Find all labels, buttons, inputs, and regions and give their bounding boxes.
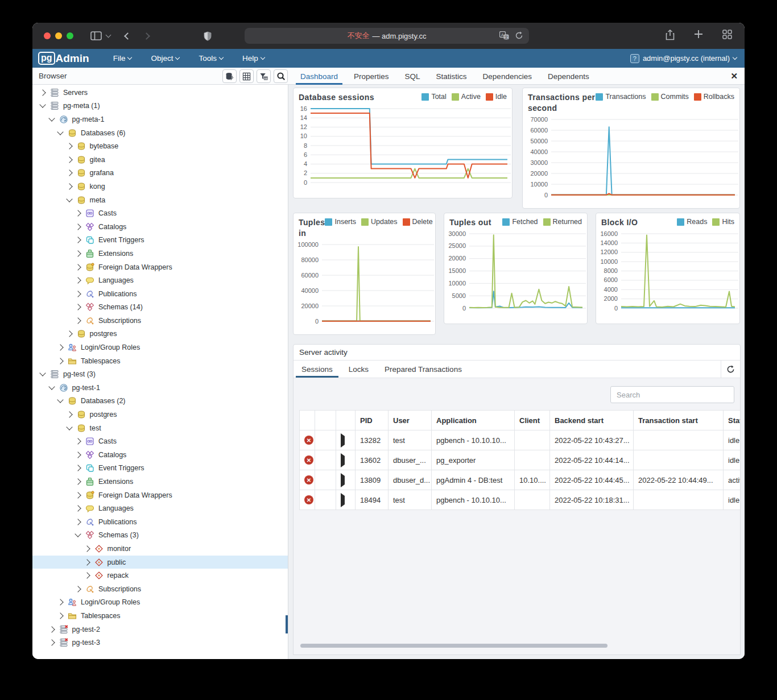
chevron-right-icon[interactable] — [57, 599, 63, 606]
tree-item-kong[interactable]: kong — [32, 180, 288, 193]
tab-properties[interactable]: Properties — [346, 68, 397, 85]
tree-item-pg-meta-1[interactable]: pg-meta-1 — [32, 113, 288, 126]
share-icon[interactable] — [666, 30, 675, 43]
tree-item-gitea[interactable]: gitea — [32, 153, 288, 167]
chevron-right-icon[interactable] — [75, 465, 81, 471]
tree-item-pg-test-3[interactable]: pg-test-3 — [32, 636, 288, 649]
chevron-right-icon[interactable] — [75, 210, 81, 216]
tree-item-login-group-roles[interactable]: Login/Group Roles — [32, 596, 288, 610]
chevron-right-icon[interactable] — [75, 304, 81, 310]
activity-tab-sessions[interactable]: Sessions — [294, 361, 341, 378]
expand-row-icon[interactable] — [341, 473, 345, 487]
chevron-right-icon[interactable] — [75, 264, 81, 270]
tree-item-event-triggers[interactable]: Event Triggers — [32, 234, 288, 247]
chevron-right-icon[interactable] — [66, 411, 72, 417]
chevron-right-icon[interactable] — [66, 143, 72, 150]
tab-dependents[interactable]: Dependents — [540, 68, 597, 85]
chevron-down-icon[interactable] — [39, 102, 46, 108]
chevron-right-icon[interactable] — [75, 586, 81, 592]
chevron-right-icon[interactable] — [66, 170, 72, 176]
chevron-down-icon[interactable] — [57, 129, 63, 135]
search-icon[interactable] — [274, 69, 288, 83]
tab-dependencies[interactable]: Dependencies — [475, 68, 540, 85]
chevron-down-icon[interactable] — [75, 531, 81, 537]
chevron-right-icon[interactable] — [75, 452, 81, 458]
chevron-right-icon[interactable] — [48, 639, 55, 645]
chevron-right-icon[interactable] — [75, 492, 81, 498]
chevron-right-icon[interactable] — [57, 358, 63, 364]
chevron-right-icon[interactable] — [75, 237, 81, 243]
cancel-session-icon[interactable]: ✕ — [304, 436, 313, 445]
menu-help[interactable]: Help — [242, 54, 264, 63]
tree-item-monitor[interactable]: monitor — [32, 542, 288, 556]
tree-item-login-group-roles[interactable]: Login/Group Roles — [32, 341, 288, 354]
tree-item-tablespaces[interactable]: Tablespaces — [32, 609, 288, 623]
tree-item-publications[interactable]: Publications — [32, 287, 288, 301]
chevron-right-icon[interactable] — [75, 506, 81, 512]
zoom-window-button[interactable] — [67, 32, 73, 39]
tree-item-test[interactable]: test — [32, 421, 288, 435]
minimize-window-button[interactable] — [55, 32, 62, 39]
activity-tab-locks[interactable]: Locks — [341, 361, 377, 378]
chevron-right-icon[interactable] — [66, 183, 72, 189]
tree-item-repack[interactable]: repack — [32, 569, 288, 582]
expand-row-icon[interactable] — [341, 453, 345, 467]
tree-item-pg-test-3[interactable]: pg-test (3) — [32, 367, 288, 381]
tab-overview-icon[interactable] — [722, 30, 732, 43]
tree-item-casts[interactable]: Casts — [32, 206, 288, 220]
horizontal-scrollbar-thumb[interactable] — [300, 644, 607, 648]
tree-item-schemas-14[interactable]: Schemas (14) — [32, 301, 288, 314]
chevron-right-icon[interactable] — [39, 89, 46, 96]
chevron-right-icon[interactable] — [84, 545, 90, 552]
sidebar-menu-chevron-icon[interactable] — [106, 32, 111, 38]
back-icon[interactable] — [124, 32, 131, 40]
chevron-down-icon[interactable] — [48, 115, 55, 121]
address-bar[interactable]: 不安全 — adm.pigsty.cc A文 — [245, 28, 529, 44]
tree-item-pg-meta-1[interactable]: pg-meta (1) — [32, 100, 288, 113]
chevron-right-icon[interactable] — [66, 331, 72, 337]
grid-icon[interactable] — [239, 69, 254, 83]
tree-item-databases-6[interactable]: Databases (6) — [32, 126, 288, 140]
tree-item-pg-test-1[interactable]: pg-test-1 — [32, 381, 288, 395]
chevron-right-icon[interactable] — [84, 559, 90, 565]
chevron-right-icon[interactable] — [75, 519, 81, 525]
tree-item-postgres[interactable]: postgres — [32, 328, 288, 341]
tab-statistics[interactable]: Statistics — [428, 68, 475, 85]
chevron-right-icon[interactable] — [57, 344, 63, 350]
expand-row-icon[interactable] — [341, 493, 345, 507]
translate-icon[interactable]: A文 — [499, 31, 509, 42]
chevron-right-icon[interactable] — [75, 277, 81, 283]
cancel-session-icon[interactable]: ✕ — [304, 495, 313, 504]
chevron-down-icon[interactable] — [39, 370, 46, 376]
chevron-right-icon[interactable] — [75, 250, 81, 256]
chevron-right-icon[interactable] — [75, 317, 81, 324]
tree-item-databases-2[interactable]: Databases (2) — [32, 395, 288, 408]
tree-item-extensions[interactable]: Extensions — [32, 475, 288, 488]
tree-item-postgres[interactable]: postgres — [32, 408, 288, 421]
tree-item-pg-test-2[interactable]: pg-test-2 — [32, 623, 288, 636]
chevron-right-icon[interactable] — [66, 156, 72, 163]
tree-item-tablespaces[interactable]: Tablespaces — [32, 354, 288, 368]
tree-item-languages[interactable]: Languages — [32, 274, 288, 287]
refresh-button[interactable] — [721, 361, 740, 378]
reload-icon[interactable] — [515, 31, 523, 42]
tree-item-extensions[interactable]: Extensions — [32, 247, 288, 260]
sql-database-icon[interactable] — [222, 69, 237, 83]
tab-dashboard[interactable]: Dashboard — [292, 68, 346, 85]
tree-item-schemas-3[interactable]: Schemas (3) — [32, 529, 288, 542]
tree-item-publications[interactable]: Publications — [32, 515, 288, 529]
tree-item-servers[interactable]: Servers — [32, 86, 288, 100]
filter-icon[interactable] — [257, 69, 271, 83]
chevron-right-icon[interactable] — [75, 438, 81, 445]
chevron-right-icon[interactable] — [75, 291, 81, 297]
tree-scrollbar-thumb[interactable] — [286, 615, 288, 633]
tree-item-foreign-data-wrappers[interactable]: Foreign Data Wrappers — [32, 488, 288, 502]
cancel-session-icon[interactable]: ✕ — [304, 475, 313, 484]
menu-tools[interactable]: Tools — [199, 54, 223, 63]
tree-item-event-triggers[interactable]: Event Triggers — [32, 462, 288, 475]
expand-row-icon[interactable] — [341, 433, 345, 448]
close-panel-icon[interactable]: ✕ — [730, 71, 738, 81]
tree-item-bytebase[interactable]: bytebase — [32, 139, 288, 153]
pgadmin-logo[interactable]: pg Admin — [38, 52, 89, 65]
tree-item-casts[interactable]: Casts — [32, 434, 288, 448]
